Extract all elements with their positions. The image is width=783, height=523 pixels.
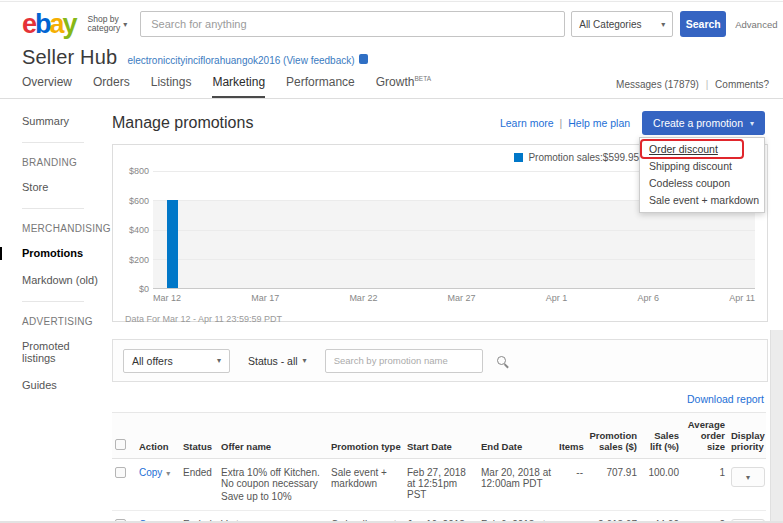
promotion-search-input[interactable] [325,349,483,373]
status-filter-dropdown[interactable]: Status - all ▾ [248,355,307,367]
tab-orders[interactable]: Orders [93,75,130,98]
sidebar-section-merchandising: MERCHANDISING [22,223,100,234]
sidebar-divider [22,142,84,143]
offer-name-cell: Extra 10% off Kitchen. No coupon necessa… [218,459,328,511]
tab-overview[interactable]: Overview [22,75,72,98]
row-checkbox[interactable] [115,467,126,478]
col-display-priority: Display priority [728,413,766,459]
sidebar-divider [22,301,84,302]
table-header-row: Action Status Offer name Promotion type … [112,413,766,459]
ebay-logo[interactable]: ebay [22,11,76,37]
seller-hub-title: Seller Hub [22,46,117,69]
category-select[interactable]: All Categories ▾ [571,11,673,37]
menu-item-codeless-coupon[interactable]: Codeless coupon [640,175,764,192]
sidebar-section-branding: BRANDING [22,157,100,168]
chevron-down-icon: ▾ [750,119,754,128]
chevron-down-icon: ▾ [746,473,750,482]
menu-item-sale-event-markdown[interactable]: Sale event + markdown [640,192,764,209]
items-cell: -- [556,459,586,511]
col-action: Action [136,413,180,459]
sidebar-item-promotions[interactable]: Promotions [22,247,100,259]
col-average-order-size: Average order size [682,413,728,459]
comments-link[interactable]: Comments? [715,79,769,90]
marketing-sidebar: Summary BRANDING Store MERCHANDISING Pro… [0,99,100,523]
menu-item-shipping-discount[interactable]: Shipping discount [640,158,764,175]
view-feedback-link[interactable]: (View feedback) [283,55,355,66]
gridline [153,230,755,231]
col-items: Items [556,413,586,459]
chevron-down-icon: ▾ [166,469,170,478]
chevron-down-icon: ▾ [217,356,221,365]
promotions-filter-bar: All offers ▾ Status - all ▾ [112,339,768,382]
col-start-date: Start Date [404,413,478,459]
chevron-down-icon: ▾ [123,20,127,29]
chart-legend: Promotion sales:$599.95 [514,152,639,163]
shop-by-category-dropdown[interactable]: Shop bycategory ▾ [88,15,128,33]
sidebar-item-promoted-listings[interactable]: Promoted listings [22,340,100,364]
shop-by-label: Shop bycategory [88,15,121,33]
col-promotion-type: Promotion type [328,413,404,459]
tab-growth[interactable]: GrowthBETA [376,75,431,98]
beta-badge: BETA [414,75,431,82]
chevron-down-icon: ▾ [303,356,307,365]
create-promotion-button[interactable]: Create a promotion ▾ [642,111,765,135]
select-all-checkbox[interactable] [115,439,126,450]
page-title: Manage promotions [112,114,253,132]
sidebar-item-guides[interactable]: Guides [22,379,100,391]
start-date-cell: Feb 27, 2018 at 12:51pm PST [404,459,478,511]
global-search-input[interactable] [140,11,565,37]
status-cell: Ended [180,459,218,511]
col-end-date: End Date [478,413,556,459]
offers-filter-dropdown[interactable]: All offers ▾ [123,349,230,373]
menu-item-order-discount[interactable]: Order discount [640,141,764,158]
promotion-sales-bar[interactable] [167,200,178,288]
legend-swatch [514,153,523,162]
advanced-search-link[interactable]: Advanced [735,19,777,30]
promotions-table: Action Status Offer name Promotion type … [112,412,766,523]
tab-marketing[interactable]: Marketing [212,75,265,98]
scrollbar-track[interactable] [770,330,783,523]
manage-promotions-main: Manage promotions Learn more | Help me p… [100,99,768,523]
gridline [153,259,755,260]
promotions-table-section: Download report Action Status Offer name [112,388,768,523]
col-status: Status [180,413,218,459]
sidebar-divider [22,208,84,209]
ebay-global-header: ebay Shop bycategory ▾ All Categories ▾ … [0,2,783,44]
feedback-icon[interactable] [359,54,368,64]
download-report-link[interactable]: Download report [687,393,764,405]
tab-listings[interactable]: Listings [151,75,192,98]
chart-date-range-note: Data For Mar 12 - Apr 11 23:59:59 PDT [125,314,755,324]
col-sales-lift: Sales lift (%) [640,413,682,459]
seller-hub-tabs: Overview Orders Listings Marketing Perfo… [0,71,783,99]
sidebar-item-markdown-old[interactable]: Markdown (old) [22,274,100,286]
copy-action-link[interactable]: Copy▾ [139,467,170,478]
table-row: Copy▾ Ended Extra 10% off Kitchen. No co… [112,459,766,511]
end-date-cell: Mar 20, 2018 at 12:00am PDT [478,459,556,511]
learn-more-link[interactable]: Learn more [500,117,554,129]
promotion-sales-cell: 707.91 [586,459,640,511]
messages-link[interactable]: Messages (17879) [616,79,699,90]
sidebar-item-summary[interactable]: Summary [22,115,100,127]
x-axis-labels: Mar 12 Mar 17 Mar 22 Mar 27 Apr 1 Apr 6 … [153,293,755,303]
separator: | [706,79,709,90]
search-button[interactable]: Search [680,11,726,37]
legend-label: Promotion sales:$599.95 [528,152,639,163]
create-promotion-menu: Order discount Shipping discount Codeles… [639,137,765,213]
plot-shaded-band [153,200,755,288]
search-icon[interactable] [497,356,506,365]
separator: | [560,117,563,129]
col-promotion-sales: Promotion sales ($) [586,413,640,459]
sales-lift-cell: 100.00 [640,459,682,511]
ebay-seller-hub-page: ebay Shop bycategory ▾ All Categories ▾ … [0,0,783,523]
avg-order-size-cell: 1 [682,459,728,511]
chevron-down-icon: ▾ [661,20,665,29]
y-axis-labels: $800 $600 $400 $200 $0 [123,171,153,289]
sidebar-section-advertising: ADVERTISING [22,316,100,327]
col-offer-name: Offer name [218,413,328,459]
seller-hub-header: Seller Hub electroniccityinciflorahuango… [0,44,783,99]
tab-performance[interactable]: Performance [286,75,355,98]
sidebar-item-store[interactable]: Store [22,181,100,193]
help-me-plan-link[interactable]: Help me plan [568,117,630,129]
account-link[interactable]: electroniccityinciflorahuangok2016 (View… [127,55,354,66]
display-priority-dropdown[interactable]: ▾ [731,467,765,487]
